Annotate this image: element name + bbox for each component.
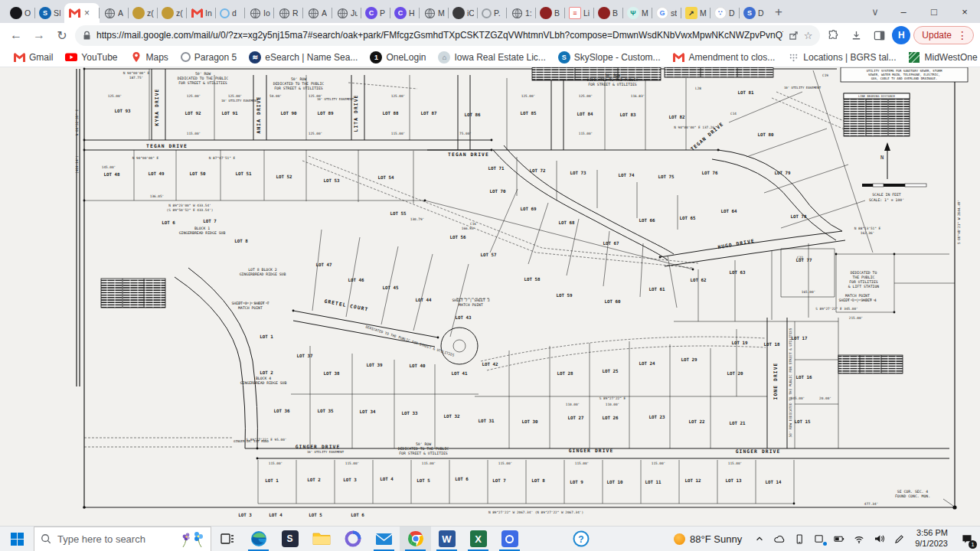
lot-label: LOT 1: [265, 478, 279, 483]
profile-avatar[interactable]: H: [892, 26, 910, 44]
tab[interactable]: O: [6, 3, 35, 23]
bookmark-item[interactable]: Amendment to clos...: [668, 50, 781, 65]
taskbar-app-app-s[interactable]: S: [274, 527, 305, 551]
dimension-label: N 87°47'51" E: [209, 156, 236, 160]
tray-chevron-icon[interactable]: [750, 527, 769, 551]
share-icon[interactable]: [789, 31, 799, 41]
reload-button[interactable]: ↻: [52, 25, 72, 45]
tab[interactable]: d: [216, 3, 245, 23]
side-panel-icon[interactable]: [869, 25, 889, 45]
tab[interactable]: iC: [449, 3, 478, 23]
taskbar-clock[interactable]: 3:56 PM 9/1/2023: [909, 528, 954, 549]
lot-label: LOT 41: [452, 371, 468, 376]
tab[interactable]: M: [420, 3, 449, 23]
note-label: FOR UTILITIES: [849, 280, 878, 284]
tab[interactable]: z(: [158, 3, 187, 23]
new-tab-button[interactable]: +: [769, 2, 789, 22]
taskbar-app-chime[interactable]: [494, 527, 525, 551]
tab[interactable]: CP: [361, 3, 390, 23]
weather-widget[interactable]: 88°F Sunny: [666, 533, 750, 545]
taskbar-app-task-view[interactable]: [211, 527, 243, 551]
wifi-icon[interactable]: [849, 527, 869, 551]
window-controls: ∨ – □ ×: [862, 0, 980, 23]
start-button[interactable]: [0, 527, 34, 551]
app-window-icon[interactable]: [809, 527, 829, 551]
street-label: GINGER DRIVE: [736, 448, 781, 454]
url-text[interactable]: https://mail.google.com/mail/u/0/?zx=xg2…: [96, 30, 783, 41]
tab[interactable]: CH: [390, 3, 420, 23]
tab[interactable]: SD: [740, 3, 769, 23]
close-button[interactable]: ×: [949, 6, 980, 18]
tab[interactable]: ∵D: [710, 3, 740, 23]
dimension-label: C14: [730, 112, 737, 116]
taskbar-app-file-explorer[interactable]: [305, 527, 337, 551]
minimize-button[interactable]: –: [888, 6, 919, 18]
bookmark-item[interactable]: 1OneLogin: [364, 50, 431, 65]
tab-search-icon[interactable]: ∨: [862, 6, 888, 18]
bookmark-item[interactable]: Paragon 5: [175, 51, 242, 64]
lot-label: LOT 40: [410, 364, 426, 368]
browser-menu-icon[interactable]: ⋮: [955, 29, 970, 41]
note-label: 16' UTILITY EASEMENT: [307, 450, 345, 454]
tab[interactable]: ↗M: [681, 3, 710, 23]
taskbar-app-edge[interactable]: [243, 527, 274, 551]
download-icon[interactable]: [846, 25, 866, 45]
bookmark-item[interactable]: Gmail: [8, 50, 58, 65]
maximize-button[interactable]: □: [919, 6, 949, 18]
tab[interactable]: R: [274, 3, 303, 23]
bookmark-item[interactable]: Locations | BGRS tal...: [782, 50, 901, 65]
tab[interactable]: B: [594, 3, 623, 23]
onedrive-icon[interactable]: [769, 527, 789, 551]
battery-icon[interactable]: [829, 527, 849, 551]
update-button[interactable]: Update ⋮: [913, 26, 974, 44]
tab-label: D: [729, 8, 735, 18]
bookmark-item[interactable]: ⌂Iowa Real Estate Lic...: [433, 50, 550, 65]
bookmark-item[interactable]: ≋eSearch | Name Sea...: [243, 50, 363, 65]
search-input[interactable]: Type here to search: [34, 527, 211, 551]
bookmark-item[interactable]: SSkySlope - Custom...: [553, 50, 666, 65]
update-label: Update: [922, 30, 952, 41]
taskbar-app-office[interactable]: [337, 527, 368, 551]
taskbar-app-word[interactable]: W: [431, 527, 462, 551]
tab[interactable]: A: [100, 3, 129, 23]
tab[interactable]: P.: [478, 3, 507, 23]
tab[interactable]: A: [303, 3, 332, 23]
your-phone-icon[interactable]: [789, 527, 809, 551]
bookmark-item[interactable]: Maps: [125, 50, 174, 65]
tab[interactable]: In: [187, 3, 216, 23]
action-center-icon[interactable]: 1: [954, 527, 980, 551]
bookmark-star-icon[interactable]: ☆: [804, 30, 813, 41]
back-button[interactable]: ←: [6, 25, 26, 45]
taskbar-app-excel[interactable]: X: [462, 527, 494, 551]
tab[interactable]: Ju: [332, 3, 361, 23]
pen-icon[interactable]: [889, 527, 909, 551]
bookmark-item[interactable]: MidWestOne: [903, 50, 980, 65]
taskbar-app-chrome[interactable]: [400, 527, 431, 551]
lot-label: LOT 86: [465, 112, 481, 117]
taskbar-app-mail[interactable]: [368, 527, 400, 551]
windows-taskbar: Type here to search SWX? 88°F Sunny 3:56…: [0, 526, 980, 551]
tab[interactable]: SSI: [35, 3, 64, 23]
tab-close-icon[interactable]: ×: [84, 8, 90, 18]
plat-map: TEGAN DRIVETEGAN DRIVETEGAN DRIVEGINGER …: [0, 67, 980, 526]
tab[interactable]: ΨM: [623, 3, 652, 23]
extensions-icon[interactable]: [823, 25, 843, 45]
lot-label: LOT 3: [238, 513, 252, 517]
tab[interactable]: Io: [245, 3, 274, 23]
notification-badge: 1: [969, 540, 977, 549]
tab[interactable]: B: [536, 3, 565, 23]
address-bar[interactable]: https://mail.google.com/mail/u/0/?zx=xg2…: [75, 25, 820, 46]
tab[interactable]: Gst: [652, 3, 681, 23]
tab[interactable]: ≡Li: [565, 3, 594, 23]
note-label: GINGERBREAD RIDGE SUB: [240, 272, 286, 276]
tab[interactable]: 1:: [507, 3, 536, 23]
bookmark-item[interactable]: YouTube: [60, 50, 122, 65]
tab-active[interactable]: ×: [64, 3, 100, 23]
lot-label: LOT 47: [316, 262, 332, 267]
lot-label: LOT 78: [791, 214, 807, 219]
volume-icon[interactable]: [869, 527, 889, 551]
forward-button[interactable]: →: [29, 25, 49, 45]
tab[interactable]: z(: [129, 3, 158, 23]
taskbar-app-get-help[interactable]: ?: [565, 527, 596, 551]
lot-label: LOT 80: [758, 132, 774, 137]
